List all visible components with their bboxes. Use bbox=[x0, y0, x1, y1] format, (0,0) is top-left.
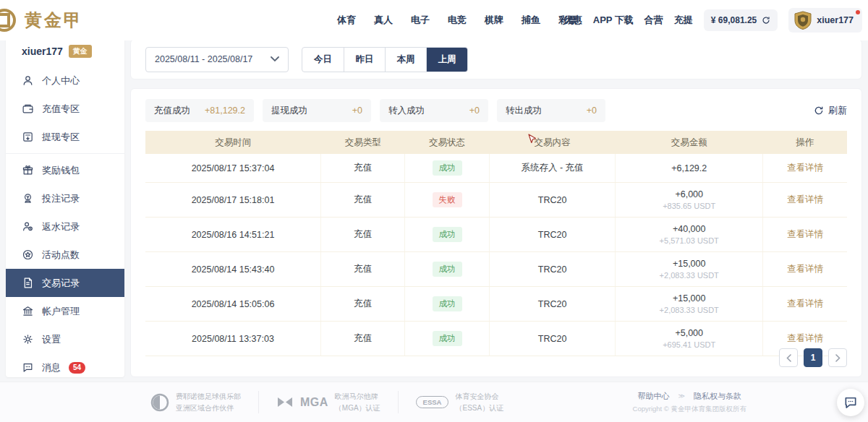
stat-label: 提现成功 bbox=[271, 105, 307, 117]
cell-time: 2025/08/14 15:05:06 bbox=[145, 287, 321, 322]
table-row: 2025/08/14 15:05:06 充值 成功 TRC20 +15,000+… bbox=[145, 287, 847, 322]
view-details-link[interactable]: 查看详情 bbox=[787, 333, 823, 343]
prev-page-button[interactable] bbox=[779, 348, 798, 367]
amount-main: +6,129.2 bbox=[618, 163, 760, 173]
cell-content: TRC20 bbox=[489, 183, 616, 218]
amount-sub: +835.65 USDT bbox=[618, 202, 760, 210]
sidebar-item-label: 提现专区 bbox=[42, 131, 80, 144]
vip-level-badge: 黄金 bbox=[69, 45, 92, 58]
privacy-terms-link[interactable]: 隐私权与条款 bbox=[694, 391, 741, 402]
cell-content: TRC20 bbox=[489, 252, 616, 287]
refresh-button[interactable]: 刷新 bbox=[814, 104, 847, 117]
deposit-withdraw-link[interactable]: 充提 bbox=[674, 14, 693, 27]
help-center-link[interactable]: 帮助中心 bbox=[638, 391, 670, 402]
sidebar-item-deposit[interactable]: 充值专区 bbox=[6, 95, 124, 123]
sidebar-item-account-management[interactable]: 帐户管理 bbox=[6, 297, 124, 325]
links-separator-icon: ≫ bbox=[678, 392, 685, 400]
col-content: 交易内容 bbox=[489, 131, 616, 154]
nav-item-fishing[interactable]: 捕鱼 bbox=[522, 14, 540, 27]
cell-status: 成功 bbox=[405, 252, 489, 287]
partner-text: 体育安全协会 （ESSA）认证 bbox=[455, 391, 503, 413]
main-nav: 体育 真人 电子 电竞 棋牌 捕鱼 彩票 bbox=[337, 0, 577, 40]
sidebar-item-messages[interactable]: 消息 54 bbox=[6, 353, 124, 382]
header-right: 优惠 APP 下载 合营 充提 ¥ 69,081.25 xiuer177 bbox=[563, 0, 862, 40]
sidebar-item-withdraw[interactable]: 提现专区 bbox=[6, 123, 124, 151]
cell-type: 充值 bbox=[321, 154, 405, 183]
view-details-link[interactable]: 查看详情 bbox=[787, 264, 823, 274]
stat-value: +0 bbox=[352, 106, 362, 116]
footer: 费耶诺德足球俱乐部 亚洲区域合作伙伴 MGA 欧洲马尔他牌 （MGA）认证 ES… bbox=[0, 382, 868, 422]
tab-today[interactable]: 今日 bbox=[302, 48, 344, 72]
status-badge: 成功 bbox=[433, 262, 462, 277]
cell-time: 2025/08/14 15:43:40 bbox=[145, 252, 321, 287]
header-username: xiuer177 bbox=[817, 15, 854, 25]
date-range-picker[interactable]: 2025/08/11 - 2025/08/17 bbox=[145, 47, 289, 72]
app-download-link[interactable]: APP 下载 bbox=[593, 14, 634, 27]
cell-time: 2025/08/16 14:51:21 bbox=[145, 218, 321, 252]
brand-logo[interactable]: 黄金甲 bbox=[0, 6, 83, 35]
sidebar-item-label: 返水记录 bbox=[42, 220, 80, 233]
partner-mga: MGA 欧洲马尔他牌 （MGA）认证 bbox=[258, 391, 398, 413]
next-page-button[interactable] bbox=[828, 348, 847, 367]
live-chat-button[interactable] bbox=[837, 389, 864, 416]
cell-type: 充值 bbox=[321, 252, 405, 287]
brand-logo-icon bbox=[0, 6, 23, 35]
partner-essa: ESSA 体育安全协会 （ESSA）认证 bbox=[398, 391, 522, 413]
sidebar-menu: 个人中心 充值专区 提现专区 奖励钱包 投注记录 返水记录 活动点数 bbox=[6, 64, 124, 384]
partner-text: 欧洲马尔他牌 （MGA）认证 bbox=[335, 391, 380, 413]
cell-action: 查看详情 bbox=[763, 252, 847, 287]
sidebar: xiuer177 黄金 个人中心 充值专区 提现专区 奖励钱包 投注记录 返水记… bbox=[6, 36, 124, 377]
col-status: 交易状态 bbox=[405, 131, 489, 154]
stat-label: 充值成功 bbox=[154, 105, 190, 117]
sidebar-item-label: 充值专区 bbox=[42, 103, 80, 116]
sidebar-item-reward-wallet[interactable]: 奖励钱包 bbox=[6, 156, 124, 184]
sidebar-item-bet-records[interactable]: 投注记录 bbox=[6, 184, 124, 212]
view-details-link[interactable]: 查看详情 bbox=[787, 194, 823, 204]
cell-action: 查看详情 bbox=[763, 154, 847, 183]
mga-logo-text: MGA bbox=[300, 396, 328, 409]
refresh-balance-icon[interactable] bbox=[762, 16, 770, 25]
cell-content: TRC20 bbox=[489, 218, 616, 252]
sidebar-item-personal-center[interactable]: 个人中心 bbox=[6, 66, 124, 95]
stat-label: 转出成功 bbox=[506, 105, 542, 117]
sidebar-item-activity-points[interactable]: 活动点数 bbox=[6, 241, 124, 269]
period-tabs: 今日 昨日 本周 上周 bbox=[302, 47, 468, 72]
nav-item-cards[interactable]: 棋牌 bbox=[485, 14, 503, 27]
cell-amount: +40,000+5,571.03 USDT bbox=[616, 218, 763, 252]
sidebar-item-label: 投注记录 bbox=[42, 192, 80, 205]
nav-item-slots[interactable]: 电子 bbox=[411, 14, 430, 27]
stat-value: +0 bbox=[587, 106, 597, 116]
view-details-link[interactable]: 查看详情 bbox=[787, 298, 823, 309]
footer-partners: 费耶诺德足球俱乐部 亚洲区域合作伙伴 MGA 欧洲马尔他牌 （MGA）认证 ES… bbox=[150, 391, 521, 413]
view-details-link[interactable]: 查看详情 bbox=[787, 163, 823, 173]
col-type: 交易类型 bbox=[321, 131, 405, 154]
sidebar-item-transaction-records[interactable]: 交易记录 bbox=[6, 269, 124, 297]
star-circle-icon bbox=[22, 249, 34, 261]
notification-dot bbox=[856, 10, 860, 14]
nav-item-esports[interactable]: 电竞 bbox=[448, 14, 467, 27]
promo-link[interactable]: 优惠 bbox=[563, 14, 582, 27]
sidebar-item-label: 设置 bbox=[42, 333, 61, 346]
affiliate-link[interactable]: 合营 bbox=[644, 14, 663, 27]
cell-status: 成功 bbox=[405, 154, 489, 183]
user-menu[interactable]: xiuer177 bbox=[788, 8, 862, 33]
view-details-link[interactable]: 查看详情 bbox=[787, 229, 823, 239]
tab-this-week[interactable]: 本周 bbox=[385, 48, 426, 72]
stat-value: +81,129.2 bbox=[205, 106, 245, 116]
amount-sub: +695.41 USDT bbox=[618, 340, 760, 349]
sidebar-item-settings[interactable]: 设置 bbox=[6, 325, 124, 353]
top-header: 黄金甲 体育 真人 电子 电竞 棋牌 捕鱼 彩票 优惠 APP 下载 合营 充提… bbox=[0, 0, 868, 40]
sidebar-item-rebate-records[interactable]: 返水记录 bbox=[6, 212, 124, 241]
amount-sub: +2,083.33 USDT bbox=[618, 271, 760, 280]
tab-last-week[interactable]: 上周 bbox=[426, 48, 467, 72]
wallet-balance[interactable]: ¥ 69,081.25 bbox=[704, 9, 778, 31]
summary-stats: 充值成功 +81,129.2 提现成功 +0 转入成功 +0 转出成功 +0 刷… bbox=[145, 99, 847, 122]
page-number-button[interactable]: 1 bbox=[804, 348, 822, 367]
nav-item-live[interactable]: 真人 bbox=[374, 14, 393, 27]
nav-item-sports[interactable]: 体育 bbox=[337, 14, 356, 27]
tab-yesterday[interactable]: 昨日 bbox=[344, 48, 385, 72]
cell-time: 2025/08/17 15:18:01 bbox=[145, 183, 321, 218]
chevron-down-icon bbox=[271, 56, 279, 62]
table-header-row: 交易时间 交易类型 交易状态 交易内容 交易金额 操作 bbox=[145, 131, 847, 154]
cell-status: 成功 bbox=[405, 287, 489, 322]
